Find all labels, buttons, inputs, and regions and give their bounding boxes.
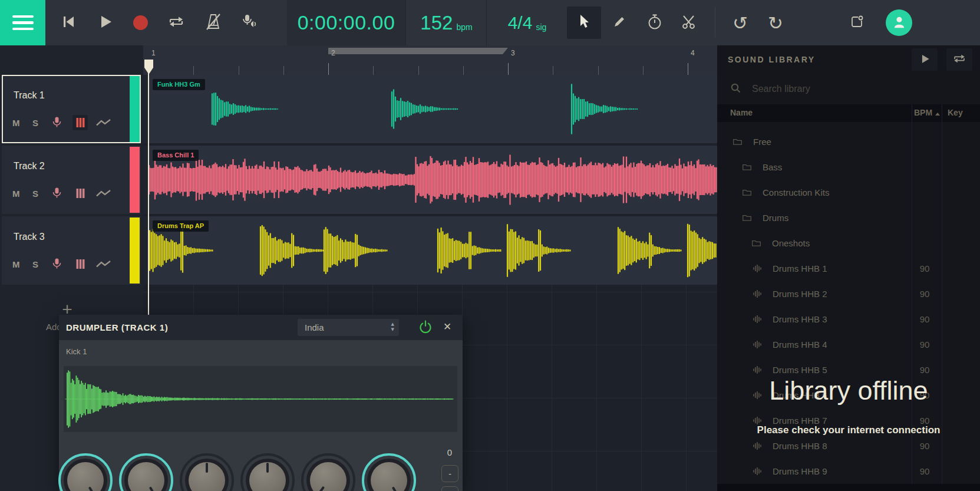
hamburger-icon (12, 15, 34, 31)
play-icon (97, 14, 113, 31)
audio-clip[interactable]: Bass Chill 1 (149, 146, 717, 214)
power-button[interactable] (417, 319, 433, 335)
row-label: Oneshots (772, 238, 810, 248)
bpm-display[interactable]: 152 bpm (405, 0, 487, 45)
automation-icon[interactable] (96, 189, 116, 197)
ruler[interactable]: 1234 (143, 45, 717, 75)
knob[interactable] (299, 451, 358, 491)
sig-unit: sig (536, 22, 546, 32)
row-bpm: 90 (912, 365, 938, 375)
split-tool-button[interactable] (672, 6, 706, 39)
mute-button[interactable]: M (12, 259, 32, 269)
row-label: Free (753, 137, 771, 147)
track-name: Track 3 (14, 232, 140, 242)
bar-number: 2 (331, 49, 335, 57)
time-display[interactable]: 0:00:00.00 (287, 0, 405, 45)
record-icon (133, 15, 148, 30)
instrument-piano-icon[interactable] (72, 115, 93, 130)
ruler-tick (193, 66, 194, 75)
library-folder-row[interactable]: Oneshots (717, 230, 980, 256)
microphone-icon[interactable] (52, 187, 72, 199)
metronome-button[interactable] (197, 0, 230, 45)
row-label: Drums HHB 2 (773, 289, 827, 299)
instrument-piano-icon[interactable] (72, 186, 93, 201)
skip-to-start-button[interactable] (52, 0, 85, 45)
library-folder-row[interactable]: Construction Kits (717, 180, 980, 205)
knob[interactable] (117, 451, 176, 491)
microphone-icon[interactable] (52, 258, 72, 270)
scissors-icon (680, 14, 698, 31)
select-tool-button[interactable] (567, 6, 601, 39)
audio-clip[interactable]: Drums Trap AP (149, 216, 717, 285)
skip-to-start-icon (61, 14, 76, 31)
redo-button[interactable]: ↻ (759, 6, 792, 39)
knob[interactable] (177, 451, 236, 491)
loop-button[interactable] (160, 0, 193, 45)
mute-button[interactable]: M (12, 118, 32, 128)
toolbar: 0:00:00.00 152 bpm 4/4 sig (0, 0, 980, 45)
input-monitor-button[interactable] (233, 0, 266, 45)
solo-button[interactable]: S (32, 259, 52, 269)
stepper-plus-button[interactable] (441, 486, 458, 491)
sample-waveform-display[interactable] (64, 366, 457, 432)
track-lane-1[interactable]: Funk HH3 Gm (143, 75, 717, 143)
time-signature-display[interactable]: 4/4 sig (486, 0, 567, 45)
ruler-tick (463, 66, 464, 75)
ruler-tick (643, 66, 644, 75)
preset-select[interactable]: India ▲▼ (298, 319, 399, 336)
microphone-icon[interactable] (52, 117, 72, 128)
share-button[interactable] (840, 6, 874, 39)
stepper-minus-button[interactable]: - (441, 465, 458, 482)
row-bpm: 90 (912, 340, 938, 350)
mute-button[interactable]: M (12, 189, 32, 199)
library-sample-row[interactable]: Drums HHB 390 (717, 307, 980, 332)
drumpler-title: DRUMPLER (TRACK 1) (66, 322, 168, 332)
track-lane-3[interactable]: Drums Trap AP (143, 216, 717, 285)
solo-button[interactable]: S (32, 118, 52, 128)
knob[interactable] (359, 451, 418, 491)
track-header-3[interactable]: Track 3 M S (2, 216, 141, 285)
drumpler-header[interactable]: DRUMPLER (TRACK 1) India ▲▼ ✕ (59, 315, 463, 340)
ruler-tick (508, 63, 509, 75)
timer-tool-button[interactable] (638, 6, 672, 39)
knob[interactable] (238, 451, 297, 491)
loop-region[interactable] (328, 48, 508, 54)
row-label: Drums HHB 9 (773, 466, 827, 476)
track-header-1[interactable]: Track 1 M S (2, 75, 141, 143)
folder-icon (732, 137, 743, 146)
undo-button[interactable]: ↺ (724, 6, 757, 39)
audio-clip[interactable]: Funk HH3 Gm (149, 75, 717, 143)
automation-icon[interactable] (96, 118, 116, 127)
account-avatar[interactable] (886, 9, 912, 36)
menu-button[interactable] (0, 0, 45, 45)
record-button[interactable] (124, 0, 157, 45)
track-color-strip (130, 218, 140, 284)
draw-tool-button[interactable] (602, 6, 636, 39)
library-folder-row[interactable]: Free (717, 129, 980, 154)
instrument-piano-icon[interactable] (72, 256, 93, 272)
sig-value: 4/4 (508, 13, 533, 33)
knob[interactable] (56, 451, 115, 491)
cursor-icon (577, 14, 591, 32)
library-folder-row[interactable]: Bass (717, 154, 980, 180)
automation-icon[interactable] (96, 260, 116, 268)
library-sample-row[interactable]: Drums HHB 490 (717, 332, 980, 357)
library-sample-row[interactable]: Drums Trap AP90 (717, 484, 980, 491)
solo-button[interactable]: S (32, 189, 52, 199)
clip-label: Funk HH3 Gm (153, 79, 205, 90)
library-sample-row[interactable]: Drums HHB 290 (717, 281, 980, 307)
waveform-icon (753, 441, 762, 450)
library-sample-row[interactable]: Drums HHB 990 (717, 459, 980, 484)
metronome-off-icon (205, 13, 222, 32)
bpm-unit: bpm (456, 22, 472, 32)
library-sample-row[interactable]: Drums HHB 890 (717, 433, 980, 459)
library-sample-row[interactable]: Drums HHB 190 (717, 256, 980, 281)
sound-library-panel: SOUND LIBRARY (717, 45, 980, 491)
ruler-tick (553, 66, 553, 75)
close-button[interactable]: ✕ (440, 320, 455, 334)
row-bpm: 90 (912, 289, 938, 299)
library-folder-row[interactable]: Drums (717, 205, 980, 230)
play-button[interactable] (88, 0, 121, 45)
track-header-2[interactable]: Track 2 M S (2, 146, 141, 214)
track-lane-2[interactable]: Bass Chill 1 (143, 146, 717, 214)
